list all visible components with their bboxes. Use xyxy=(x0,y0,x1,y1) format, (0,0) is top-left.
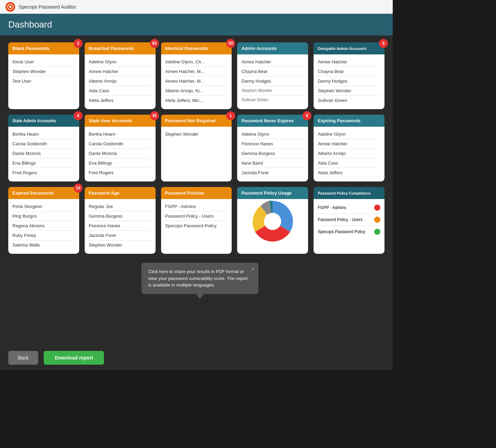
list-item: Regena Abrams xyxy=(12,221,75,231)
stale-admin-body: Bertha Hearn Carola Goldsmith Dante Mcin… xyxy=(8,127,79,181)
cards-row-2: Stale Admin Accounts 4 Bertha Hearn Caro… xyxy=(8,115,384,181)
list-item: Danny Hodges xyxy=(241,76,304,86)
password-policy-usage-card[interactable]: Password Policy Usage xyxy=(237,187,308,254)
delegable-admin-card[interactable]: Delegable Admin Accounts 5 Aimee Hatcher… xyxy=(314,42,384,109)
list-item: Adeline Glynn xyxy=(89,57,151,67)
cards-row-1: Blank Passwords 3 Kiosk User Stephen Won… xyxy=(8,42,384,109)
expired-passwords-card[interactable]: Expired Passwords 10 Perla Sturgeon Ping… xyxy=(8,187,79,254)
delegable-admin-title: Delegable Admin Accounts xyxy=(318,46,367,51)
blank-passwords-body: Kiosk User Stephen Wonder Test User xyxy=(8,54,79,90)
compliance-label: FGPP - Admins xyxy=(318,205,346,210)
list-item: Carola Goldsmith xyxy=(12,139,75,149)
list-item: Stephen Wonder xyxy=(165,129,228,139)
identical-passwords-card[interactable]: Identical Passwords 59 Adeline Glynn, Ch… xyxy=(161,42,232,109)
password-not-required-card[interactable]: Password Not Required 1 Stephen Wonder xyxy=(161,115,232,181)
compliance-dot-orange xyxy=(374,217,380,223)
list-item: Bertha Hearn xyxy=(89,129,151,139)
stale-user-header: Stale User Accounts 35 xyxy=(85,115,156,127)
stale-admin-badge: 4 xyxy=(74,111,83,120)
list-item: Fred Rogers xyxy=(89,168,151,177)
list-item: Stephen Wonder xyxy=(318,86,380,96)
svg-point-2 xyxy=(264,213,281,230)
blank-passwords-badge: 3 xyxy=(74,39,83,48)
compliance-dot-red xyxy=(374,205,380,211)
list-item: Jacinda Foret xyxy=(241,168,304,177)
list-item: Alda Cass xyxy=(89,86,151,96)
stale-admin-card[interactable]: Stale Admin Accounts 4 Bertha Hearn Caro… xyxy=(8,115,79,181)
compliance-item-fgpp: FGPP - Admins xyxy=(318,202,380,214)
identical-passwords-badge: 59 xyxy=(226,39,235,48)
password-policy-usage-title: Password Policy Usage xyxy=(241,190,292,196)
list-item: Password Policy - Users xyxy=(165,211,228,221)
list-item: FGPP - Admins xyxy=(165,202,228,211)
back-button[interactable]: Back xyxy=(8,351,38,365)
cards-row-3: Expired Passwords 10 Perla Sturgeon Ping… xyxy=(8,187,384,254)
list-item: Stephen Wonder xyxy=(241,86,304,95)
password-never-expires-body: Adeline Glynn Florence Hanes Gemma Burge… xyxy=(237,127,308,181)
list-item: Alberto Armijo, Ki... xyxy=(165,86,228,96)
list-item: Florence Hanes xyxy=(89,221,151,231)
list-item: Dante Mcinnis xyxy=(12,149,75,158)
expiring-passwords-header: Expiring Passwords xyxy=(314,115,384,127)
breached-passwords-header: Breached Passwords 83 xyxy=(85,42,156,54)
pie-chart-container xyxy=(237,199,308,244)
compliance-label: Specops Password Policy xyxy=(318,229,365,234)
list-item: Danny Hodges xyxy=(318,76,380,86)
password-never-expires-badge: 6 xyxy=(303,111,312,120)
identical-passwords-title: Identical Passwords xyxy=(165,46,208,51)
expired-passwords-badge: 10 xyxy=(74,184,83,192)
list-item: Stephen Wonder xyxy=(12,67,75,76)
list-item: Aimee Hatcher, M... xyxy=(165,76,228,86)
password-not-required-header: Password Not Required 1 xyxy=(161,115,232,127)
list-item: Gemma Burgess xyxy=(241,149,304,158)
dashboard-header: Dashboard xyxy=(0,14,393,35)
stale-user-card[interactable]: Stale User Accounts 35 Bertha Hearn Caro… xyxy=(85,115,156,181)
list-item: Aimee Hatcher xyxy=(318,139,380,149)
list-item: Perla Sturgeon xyxy=(12,202,75,211)
list-item: Aimee Hatcher, M... xyxy=(165,67,228,76)
expiring-passwords-title: Expiring Passwords xyxy=(318,118,360,123)
password-policy-compliance-card[interactable]: Password Policy Compliance FGPP - Admins… xyxy=(314,187,384,254)
list-item: Aleta Jeffers, Mic... xyxy=(165,96,228,105)
password-never-expires-card[interactable]: Password Never Expires 6 Adeline Glynn F… xyxy=(237,115,308,181)
list-item: Chayna Bear xyxy=(241,67,304,76)
tooltip-popup[interactable]: × Click here to share your results in PD… xyxy=(141,263,258,294)
expiring-passwords-card[interactable]: Expiring Passwords Adeline Glynn Aimee H… xyxy=(314,115,384,181)
list-item: Alda Cass xyxy=(318,158,380,168)
admin-accounts-card[interactable]: Admin Accounts Aimee Hatcher Chayna Bear… xyxy=(237,42,308,109)
breached-passwords-body: Adeline Glynn Aimee Hatcher Alberto Armi… xyxy=(85,54,156,109)
password-age-card[interactable]: Password Age Regular Joe Gemma Burgess F… xyxy=(85,187,156,254)
password-not-required-badge: 1 xyxy=(226,111,235,120)
compliance-dot-green xyxy=(374,229,380,235)
stale-user-body: Bertha Hearn Carola Goldsmith Dante Mcin… xyxy=(85,127,156,181)
stale-user-badge: 35 xyxy=(150,111,159,120)
password-policies-card[interactable]: Password Policies FGPP - Admins Password… xyxy=(161,187,232,254)
list-item: Aimee Hatcher xyxy=(89,67,151,76)
app-logo xyxy=(6,2,15,12)
password-policy-usage-header: Password Policy Usage xyxy=(237,187,308,199)
download-report-button[interactable]: Download report xyxy=(44,351,104,365)
blank-passwords-header: Blank Passwords 3 xyxy=(8,42,79,54)
list-item: Adeline Glynn xyxy=(241,129,304,139)
expired-passwords-header: Expired Passwords 10 xyxy=(8,187,79,199)
list-item: Sabrina Walls xyxy=(12,240,75,250)
list-item: Adeline Glynn xyxy=(318,129,380,139)
list-item: Adeline Glynn, Ch... xyxy=(165,57,228,67)
identical-passwords-header: Identical Passwords 59 xyxy=(161,42,232,54)
password-never-expires-header: Password Never Expires 6 xyxy=(237,115,308,127)
list-item: Ena Billings xyxy=(12,158,75,168)
expired-passwords-title: Expired Passwords xyxy=(12,190,54,196)
svg-point-1 xyxy=(9,6,11,8)
password-policies-title: Password Policies xyxy=(165,190,204,196)
list-item: Aimee Hatcher xyxy=(318,57,380,67)
breached-passwords-card[interactable]: Breached Passwords 83 Adeline Glynn Aime… xyxy=(85,42,156,109)
page-title: Dashboard xyxy=(8,19,52,30)
blank-passwords-card[interactable]: Blank Passwords 3 Kiosk User Stephen Won… xyxy=(8,42,79,109)
list-item: Stephen Wonder xyxy=(89,240,151,250)
password-policy-compliance-header: Password Policy Compliance xyxy=(314,187,384,199)
list-item: Ruby Finley xyxy=(12,231,75,240)
close-icon[interactable]: × xyxy=(251,265,254,273)
list-item: Sullivan Green xyxy=(318,96,380,105)
admin-accounts-title: Admin Accounts xyxy=(241,46,277,51)
tooltip-text: Click here to share your results in PDF … xyxy=(148,269,248,288)
